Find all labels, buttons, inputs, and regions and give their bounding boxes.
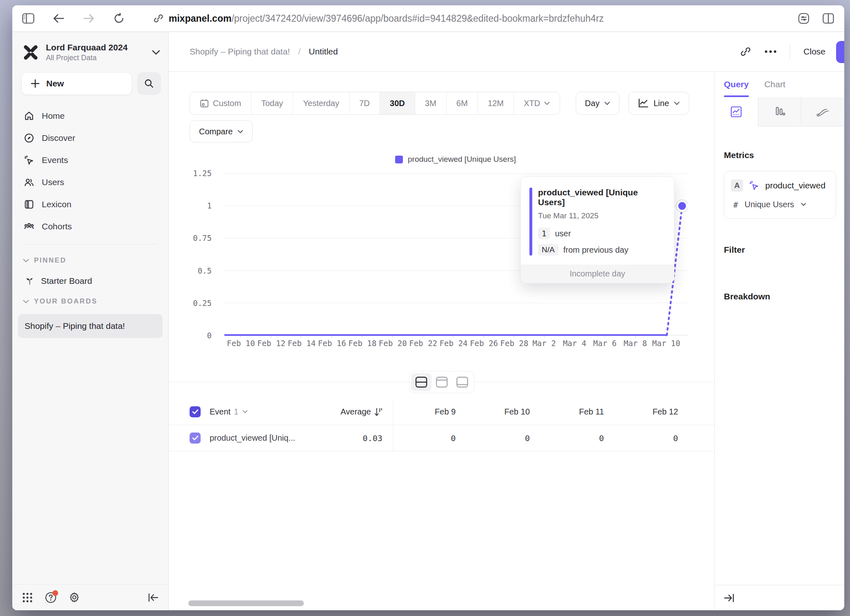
granularity-dropdown[interactable]: Day (576, 92, 620, 115)
metric-event-name: product_viewed (765, 181, 825, 190)
legend-label: product_viewed [Unique Users] (408, 155, 516, 164)
compare-dropdown[interactable]: Compare (190, 120, 253, 143)
subtab-flows[interactable] (801, 97, 844, 127)
sidebar-item-label: Events (42, 155, 68, 165)
sidebar-nav: Home Discover Events Users Lexicon (12, 105, 168, 238)
range-30d[interactable]: 30D (380, 92, 415, 114)
date-range-control: Custom Today Yesterday 7D 30D 3M 6M 12M … (190, 92, 560, 115)
date-column-header: Feb 12 (615, 407, 689, 417)
lexicon-book-icon (24, 199, 34, 210)
seedling-icon (25, 276, 34, 286)
sidebar-item-board-shopify[interactable]: Shopify – Piping that data! (18, 314, 163, 338)
tab-chart[interactable]: Chart (764, 72, 785, 97)
row-checkbox[interactable] (190, 433, 201, 444)
sidebar-item-events[interactable]: Events (12, 149, 168, 171)
more-options-icon[interactable] (764, 50, 777, 53)
your-boards-section-header[interactable]: YOUR BOARDS (12, 292, 168, 311)
workspace-switcher[interactable]: Lord Farquaad 2024 All Project Data (22, 43, 160, 62)
url-text[interactable]: mixpanel.com/project/3472420/view/397469… (169, 13, 604, 24)
back-icon[interactable] (52, 11, 66, 25)
range-12m[interactable]: 12M (477, 92, 513, 114)
table-row[interactable]: product_viewed [Uniq... 0.03 0 0 0 0 (169, 425, 714, 451)
copy-link-icon[interactable] (740, 46, 751, 57)
search-button[interactable] (137, 72, 161, 95)
chevron-down-icon (801, 203, 806, 206)
cell-value: 0 (467, 433, 541, 443)
range-xtd[interactable]: XTD (513, 92, 560, 114)
layout-table-only-button[interactable] (452, 373, 472, 391)
browser-chrome: mixpanel.com/project/3472420/view/397469… (12, 5, 844, 32)
subtab-funnels[interactable] (758, 97, 801, 127)
results-table: Event 1 Average Feb 9 Feb 10 Feb 11 (169, 399, 714, 451)
y-tick-label: 1.25 (193, 169, 212, 178)
row-average-value: 0.03 (363, 433, 382, 443)
report-header: Shopify – Piping that data! / Untitled C… (169, 32, 844, 72)
sidebar-item-label: Cohorts (42, 222, 72, 231)
flows-icon (816, 105, 830, 118)
sidebar-item-starter-board[interactable]: Starter Board (12, 270, 168, 292)
sidebar-item-label: Lexicon (42, 199, 71, 209)
mixpanel-logo-icon (22, 43, 39, 62)
sidebar-item-cohorts[interactable]: Cohorts (12, 215, 168, 238)
settings-gear-icon[interactable] (69, 592, 80, 603)
range-7d[interactable]: 7D (349, 92, 380, 114)
chart-type-dropdown[interactable]: Line (628, 92, 689, 115)
browser-sidebar-toggle-icon[interactable] (21, 11, 35, 25)
range-today[interactable]: Today (251, 92, 293, 114)
table-header-row: Event 1 Average Feb 9 Feb 10 Feb 11 (169, 399, 714, 425)
pinned-label: PINNED (34, 256, 66, 265)
sidebar-item-label: Home (42, 111, 65, 121)
page-settings-icon[interactable] (797, 11, 811, 25)
apps-grid-icon[interactable] (22, 592, 33, 603)
your-boards-label: YOUR BOARDS (34, 297, 97, 306)
reload-icon[interactable] (112, 11, 126, 25)
layout-split-button[interactable] (411, 373, 432, 391)
range-3m[interactable]: 3M (415, 92, 446, 114)
average-column-header[interactable]: Average (341, 407, 382, 417)
close-button[interactable]: Close (803, 47, 825, 57)
select-all-checkbox[interactable] (190, 406, 201, 417)
breadcrumb-board[interactable]: Shopify – Piping that data! (190, 47, 290, 57)
help-button[interactable] (45, 592, 57, 603)
new-button[interactable]: New (21, 72, 132, 95)
cell-value: 0 (541, 433, 615, 443)
metric-aggregation-row[interactable]: # Unique Users (731, 200, 829, 209)
average-label: Average (341, 407, 371, 417)
tooltip-delta-label: from previous day (563, 245, 628, 255)
sidebar-item-home[interactable]: Home (12, 105, 168, 127)
breadcrumb-current[interactable]: Untitled (309, 47, 338, 57)
event-spark-icon (749, 180, 760, 191)
sidebar-item-users[interactable]: Users (12, 171, 168, 193)
range-custom[interactable]: Custom (190, 92, 251, 114)
browser-split-view-icon[interactable] (821, 11, 835, 25)
event-count: 1 (234, 407, 238, 417)
workspace-subtitle: All Project Data (46, 54, 145, 62)
aggregation-symbol: # (733, 200, 738, 209)
sidebar-item-lexicon[interactable]: Lexicon (12, 193, 168, 215)
range-yesterday[interactable]: Yesterday (293, 92, 349, 114)
collapse-panel-icon[interactable] (724, 593, 735, 602)
forward-icon[interactable] (82, 11, 96, 25)
cell-value: 0 (615, 433, 689, 443)
compare-label: Compare (199, 127, 233, 136)
subtab-insights[interactable] (715, 97, 758, 127)
granularity-label: Day (585, 99, 600, 108)
filter-section-title: Filter (724, 245, 836, 255)
range-6m[interactable]: 6M (446, 92, 478, 114)
sidebar-item-discover[interactable]: Discover (12, 127, 168, 149)
report-canvas: Custom Today Yesterday 7D 30D 3M 6M 12M … (169, 72, 714, 610)
tab-query[interactable]: Query (724, 72, 749, 97)
horizontal-scrollbar-thumb[interactable] (188, 600, 304, 606)
browser-window: mixpanel.com/project/3472420/view/397469… (12, 5, 844, 610)
metric-card[interactable]: A product_viewed # Unique Users (724, 171, 836, 219)
pinned-section-header[interactable]: PINNED (12, 251, 168, 270)
event-column-header[interactable]: Event (210, 407, 231, 417)
board-item-label: Shopify – Piping that data! (25, 321, 125, 331)
chevron-down-icon (23, 259, 29, 263)
url-host: mixpanel.com (169, 13, 231, 24)
save-button-partial[interactable] (836, 41, 844, 63)
home-icon (24, 111, 34, 121)
layout-toggle (409, 371, 474, 393)
layout-chart-only-button[interactable] (432, 373, 452, 391)
collapse-sidebar-icon[interactable] (148, 593, 158, 602)
